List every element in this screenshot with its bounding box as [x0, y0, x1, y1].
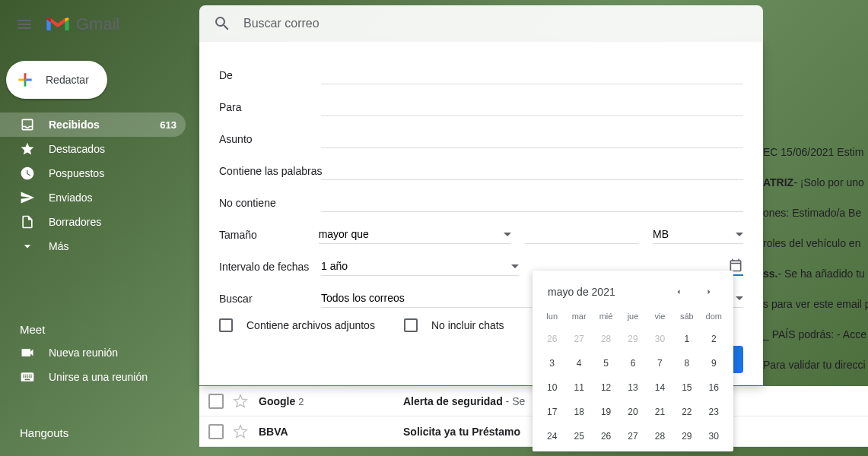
datepicker-day[interactable]: 1: [673, 327, 700, 351]
join-meeting-button[interactable]: Unirse a una reunión: [0, 365, 186, 389]
email-snippet[interactable]: Para validar tu direcci: [763, 350, 868, 380]
datepicker-day[interactable]: 26: [539, 327, 565, 351]
search-bar: [199, 5, 763, 42]
datepicker-day[interactable]: 17: [539, 400, 565, 424]
chevron-down-icon: [20, 239, 35, 254]
sidebar-item-starred[interactable]: Destacados: [0, 137, 186, 161]
sidebar-item-inbox[interactable]: Recibidos 613: [0, 112, 186, 137]
datepicker-day[interactable]: 16: [701, 375, 727, 400]
keyboard-icon: [20, 369, 35, 385]
email-snippet[interactable]: roles del vehículo en: [763, 228, 868, 258]
datepicker-day[interactable]: 29: [619, 327, 646, 351]
email-snippet[interactable]: EC 15/06/2021 Estim: [763, 137, 868, 167]
nothas-input[interactable]: [321, 195, 743, 212]
datepicker-day[interactable]: 12: [593, 375, 619, 400]
datepicker-dow: sáb: [673, 309, 700, 327]
email-snippet[interactable]: _ PAÍS podrás: - Acce: [763, 319, 868, 350]
size-unit-select[interactable]: MB: [653, 226, 743, 244]
compose-button[interactable]: Redactar: [6, 61, 107, 99]
new-meeting-button[interactable]: Nueva reunión: [0, 340, 186, 365]
datepicker-day[interactable]: 15: [673, 375, 700, 400]
star-icon[interactable]: [233, 424, 248, 439]
subject-input[interactable]: [321, 131, 743, 148]
datepicker-day[interactable]: 27: [565, 327, 592, 351]
datepicker-day[interactable]: 9: [701, 351, 727, 375]
no-chats-checkbox[interactable]: No incluir chats: [404, 318, 504, 332]
datepicker-day[interactable]: 3: [539, 351, 565, 375]
datepicker-day[interactable]: 28: [593, 327, 619, 351]
send-icon: [20, 190, 35, 205]
datepicker-day[interactable]: 20: [619, 400, 646, 424]
datepicker-day[interactable]: 5: [593, 351, 619, 375]
haswords-input[interactable]: [321, 163, 743, 180]
datepicker-day[interactable]: 30: [647, 327, 673, 351]
sidebar-item-more[interactable]: Más: [0, 234, 186, 258]
main-menu-button[interactable]: [6, 6, 43, 43]
sidebar-item-drafts[interactable]: Borradores: [0, 210, 186, 234]
checkbox-icon: [219, 318, 233, 332]
sidebar-item-label: Destacados: [49, 143, 176, 155]
daterange-select[interactable]: 1 año: [321, 258, 519, 276]
sidebar-item-label: Más: [49, 240, 176, 252]
has-attachment-checkbox[interactable]: Contiene archivos adjuntos: [219, 318, 375, 332]
datepicker-day[interactable]: 18: [565, 400, 592, 424]
chevron-down-icon: [736, 233, 743, 236]
datepicker-day[interactable]: 4: [565, 351, 592, 375]
compose-label: Redactar: [46, 74, 89, 86]
meet-section-title: Meet: [0, 323, 195, 340]
datepicker-day[interactable]: 21: [647, 400, 673, 424]
email-snippet[interactable]: s para ver este email p: [763, 289, 868, 319]
nothas-label: No contiene: [219, 197, 321, 212]
datepicker-day[interactable]: 30: [701, 424, 727, 448]
datepicker-day[interactable]: 29: [673, 424, 700, 448]
datepicker-day[interactable]: 23: [701, 400, 727, 424]
datepicker-day[interactable]: 25: [565, 424, 592, 448]
gmail-logo[interactable]: Gmail: [46, 14, 119, 34]
datepicker-day[interactable]: 7: [647, 351, 673, 375]
size-value-input[interactable]: [525, 226, 639, 244]
mail-sender: Google 2: [259, 395, 403, 407]
subject-label: Asunto: [219, 133, 321, 148]
video-icon: [20, 345, 35, 360]
datepicker-day[interactable]: 10: [539, 375, 565, 400]
mail-checkbox[interactable]: [208, 394, 224, 409]
sidebar-item-label: Borradores: [49, 216, 176, 228]
star-icon: [20, 141, 35, 157]
email-snippet[interactable]: ATRIZ - ¡Solo por uno: [763, 167, 868, 198]
email-snippet[interactable]: ones: Estimado/a Be: [763, 198, 868, 228]
search-input[interactable]: [237, 17, 755, 30]
datepicker-day[interactable]: 27: [619, 424, 646, 448]
datepicker-day[interactable]: 11: [565, 375, 592, 400]
size-op-select[interactable]: mayor que: [319, 226, 511, 244]
chevron-down-icon: [736, 296, 743, 300]
to-label: Para: [219, 101, 321, 116]
datepicker-day[interactable]: 8: [673, 351, 700, 375]
email-snippet[interactable]: ss. - Se ha añadido tu: [763, 258, 868, 289]
next-month-button[interactable]: [700, 283, 718, 301]
checkbox-icon: [404, 318, 418, 332]
star-icon[interactable]: [233, 394, 248, 409]
mail-checkbox[interactable]: [208, 424, 224, 439]
haswords-label: Contiene las palabras: [219, 165, 321, 180]
datepicker-day[interactable]: 14: [647, 375, 673, 400]
datepicker-day[interactable]: 19: [593, 400, 619, 424]
datepicker-day[interactable]: 22: [673, 400, 700, 424]
from-input[interactable]: [321, 67, 743, 84]
datepicker-day[interactable]: 13: [619, 375, 646, 400]
prev-month-button[interactable]: [669, 283, 688, 301]
datepicker-day[interactable]: 6: [619, 351, 646, 375]
datepicker-day[interactable]: 28: [647, 424, 673, 448]
sidebar-item-count: 613: [160, 119, 176, 131]
datepicker-day[interactable]: 26: [593, 424, 619, 448]
sidebar-item-sent[interactable]: Enviados: [0, 185, 186, 210]
to-input[interactable]: [321, 99, 743, 116]
sidebar-item-snoozed[interactable]: Pospuestos: [0, 161, 186, 185]
datepicker-day[interactable]: 24: [539, 424, 565, 448]
plus-icon: [15, 70, 35, 90]
mail-sender: BBVA: [259, 426, 403, 438]
search-icon[interactable]: [207, 8, 237, 39]
sidebar-item-label: Enviados: [49, 192, 176, 204]
datepicker-day[interactable]: 2: [701, 327, 727, 351]
searchin-label: Buscar: [219, 293, 321, 308]
date-picker: mayo de 2021 lunmarmiéjueviesábdom262728…: [533, 271, 733, 451]
